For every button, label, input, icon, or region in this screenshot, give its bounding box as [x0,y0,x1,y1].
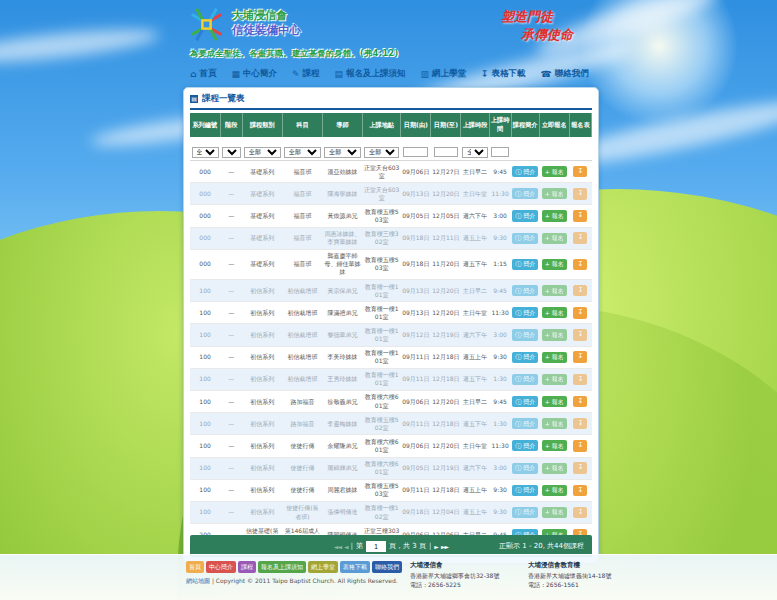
register-button[interactable]: + 報名 [542,507,567,518]
cell-time: 9:45 [489,390,511,412]
register-button[interactable]: + 報名 [542,440,567,451]
download-form-button[interactable]: ↧ [573,462,587,473]
register-button[interactable]: + 報名 [542,188,567,199]
download-form-button[interactable]: ↧ [573,374,587,385]
intro-button[interactable]: ⓘ 簡介 [512,463,538,474]
register-button[interactable]: + 報名 [542,374,567,385]
intro-button[interactable]: ⓘ 簡介 [512,440,538,451]
intro-button[interactable]: ⓘ 簡介 [512,188,538,199]
download-form-button[interactable]: ↧ [573,285,587,296]
intro-button[interactable]: ⓘ 簡介 [512,307,538,318]
intro-button[interactable]: ⓘ 簡介 [512,166,538,177]
cell-intro: ⓘ 簡介 [511,324,539,346]
register-button[interactable]: + 報名 [542,210,567,221]
nav-item-contact[interactable]: ☎聯絡我們 [541,68,589,80]
intro-button[interactable]: ⓘ 簡介 [512,329,538,340]
download-form-button[interactable]: ↧ [573,485,587,496]
register-button[interactable]: + 報名 [542,396,567,407]
filter-input-6[interactable] [403,147,428,157]
slogan: 塑造門徒 承傳使命 [501,8,573,43]
cell-register: + 報名 [539,324,569,346]
filter-input-7[interactable] [434,147,459,157]
footer-inner: 首頁中心簡介課程報名及上課須知網上學堂表格下載聯絡我們 網站地圖 | Copyr… [186,561,612,589]
intro-button[interactable]: ⓘ 簡介 [512,210,538,221]
cell-register: + 報名 [539,249,569,279]
cell-form: ↧ [569,249,591,279]
intro-button[interactable]: ⓘ 簡介 [512,233,538,244]
nav-item-online[interactable]: ▥網上學堂 [421,68,467,80]
sitemap-link[interactable]: 網站地圖 [186,577,210,584]
filter-select-8[interactable]: 全部 [462,147,487,158]
intro-button[interactable]: ⓘ 簡介 [512,396,538,407]
footer-link-contact[interactable]: 聯絡我們 [372,561,402,573]
footer-link-courses[interactable]: 課程 [238,561,256,573]
cell-date_from: 09月05日 [401,457,431,479]
intro-button[interactable]: ⓘ 簡介 [512,259,538,270]
filter-input-9[interactable] [491,147,509,157]
page-prev-icon[interactable]: ◄ [344,543,348,550]
filter-select-0[interactable]: 全部 [192,147,219,158]
footer-link-about[interactable]: 中心簡介 [206,561,236,573]
filter-select-4[interactable]: 全部 [324,147,361,158]
filter-select-3[interactable]: 全部 [284,147,321,158]
filter-select-1[interactable]: 全部 [222,147,241,158]
download-form-button[interactable]: ↧ [573,396,587,407]
footer-link-online[interactable]: 網上學堂 [308,561,338,573]
cell-location: 教育樓三樓302室 [363,227,401,249]
register-button[interactable]: + 報名 [542,285,567,296]
download-form-button[interactable]: ↧ [573,307,587,318]
register-button[interactable]: + 報名 [542,418,567,429]
filter-cell: 全部 [322,137,362,161]
filter-select-5[interactable]: 全部 [364,147,399,158]
download-form-button[interactable]: ↧ [573,188,587,199]
register-button[interactable]: + 報名 [542,352,567,363]
nav-item-home[interactable]: ⌂首頁 [190,68,216,80]
download-form-button[interactable]: ↧ [573,507,587,518]
cell-date_from: 09月06日 [401,390,431,412]
nav-item-courses[interactable]: ✎課程 [292,68,320,80]
intro-button[interactable]: ⓘ 簡介 [512,485,538,496]
page-last-icon[interactable]: ►► [441,543,448,550]
download-form-button[interactable]: ↧ [573,232,587,243]
cell-series: 100 [190,457,220,479]
intro-button[interactable]: ⓘ 簡介 [512,418,538,429]
download-form-button[interactable]: ↧ [573,440,587,451]
register-button[interactable]: + 報名 [542,166,567,177]
nav-item-about[interactable]: ▦中心簡介 [231,68,277,80]
intro-button[interactable]: ⓘ 簡介 [512,285,538,296]
cell-series: 100 [190,302,220,324]
intro-button[interactable]: ⓘ 簡介 [512,352,538,363]
register-button[interactable]: + 報名 [542,463,567,474]
address-line: 香港新界大埔墟懷義街14-18號 [528,571,634,580]
nav-item-notice[interactable]: ▤報名及上課須知 [335,68,406,80]
intro-button[interactable]: ⓘ 簡介 [512,507,538,518]
footer-link-notice[interactable]: 報名及上課須知 [258,561,306,573]
download-form-button[interactable]: ↧ [573,166,587,177]
register-button[interactable]: + 報名 [542,233,567,244]
register-button[interactable]: + 報名 [542,329,567,340]
page-first-icon[interactable]: ◄◄ [334,543,341,550]
intro-button[interactable]: ⓘ 簡介 [512,374,538,385]
page-next-icon[interactable]: ► [434,543,438,550]
filter-select-2[interactable]: 全部 [244,147,281,158]
cell-intro: ⓘ 簡介 [511,280,539,302]
download-form-button[interactable]: ↧ [573,329,587,340]
download-form-button[interactable]: ↧ [573,351,587,362]
download-form-button[interactable]: ↧ [573,210,587,221]
cell-location: 教育樓一樓101室 [363,324,401,346]
footer-link-download[interactable]: 表格下載 [340,561,370,573]
download-form-button[interactable]: ↧ [573,418,587,429]
register-button[interactable]: + 報名 [542,259,567,270]
cell-period: 週六下午 [461,324,489,346]
register-button[interactable]: + 報名 [542,307,567,318]
download-form-button[interactable]: ↧ [573,259,587,270]
cell-series: 000 [190,227,220,249]
nav-item-download[interactable]: ↧表格下載 [481,68,526,80]
cell-form: ↧ [569,390,591,412]
cell-period: 週五上午 [461,227,489,249]
footer-link-home[interactable]: 首頁 [186,561,204,573]
register-button[interactable]: + 報名 [542,485,567,496]
table-header-row: 系列編號階段課程類別科目導師上課地點日期(由)日期(至)上課時段上課時間課程簡介… [190,113,592,137]
page-input[interactable] [366,541,386,552]
cell-location: 教育樓一樓101室 [363,346,401,368]
